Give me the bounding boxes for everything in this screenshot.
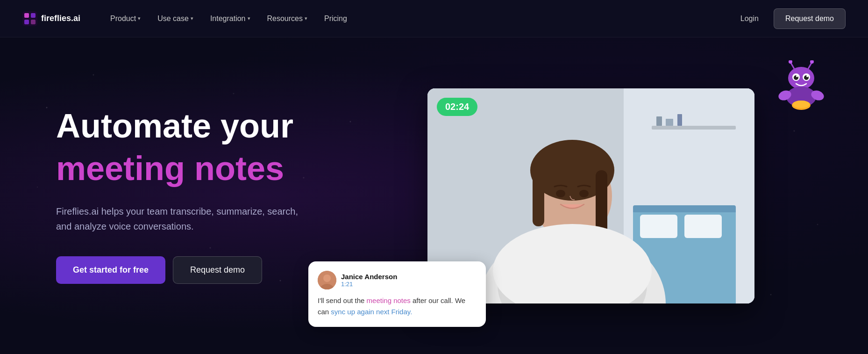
hero-content: Automate your meeting notes Fireflies.ai… bbox=[56, 108, 336, 284]
hero-visual: 02:24 Janice Anderson 1:21 I'll bbox=[336, 74, 846, 318]
hero-headline-line1: Automate your bbox=[56, 108, 308, 144]
svg-rect-39 bbox=[666, 119, 673, 126]
chat-avatar bbox=[318, 271, 336, 289]
chat-card: Janice Anderson 1:21 I'll send out the m… bbox=[308, 261, 486, 327]
svg-rect-37 bbox=[652, 126, 736, 130]
nav-item-pricing[interactable]: Pricing bbox=[317, 11, 355, 27]
svg-point-29 bbox=[806, 75, 808, 77]
chevron-down-icon: ▾ bbox=[305, 15, 307, 22]
login-button[interactable]: Login bbox=[733, 11, 766, 27]
chat-message-body: I'll send out the meeting notes after ou… bbox=[318, 295, 477, 318]
svg-rect-2 bbox=[31, 13, 36, 18]
svg-rect-4 bbox=[31, 20, 36, 24]
logo[interactable]: fireflies.ai bbox=[22, 11, 80, 26]
svg-point-15 bbox=[37, 187, 38, 188]
robot-mascot bbox=[776, 60, 827, 112]
nav-links: Product ▾ Use case ▾ Integration ▾ Resou… bbox=[103, 11, 733, 27]
svg-point-28 bbox=[796, 75, 798, 77]
svg-point-5 bbox=[46, 107, 48, 108]
hero-headline-line2: meeting notes bbox=[56, 148, 308, 188]
logo-text: fireflies.ai bbox=[41, 14, 80, 23]
chat-timestamp: 1:21 bbox=[341, 281, 397, 288]
chevron-down-icon: ▾ bbox=[248, 15, 250, 22]
hero-section: Automate your meeting notes Fireflies.ai… bbox=[0, 37, 868, 354]
request-demo-hero-button[interactable]: Request demo bbox=[173, 256, 262, 284]
request-demo-button[interactable]: Request demo bbox=[774, 8, 846, 29]
svg-rect-44 bbox=[684, 215, 722, 238]
svg-point-8 bbox=[233, 93, 235, 94]
svg-rect-1 bbox=[24, 13, 29, 18]
nav-item-resources[interactable]: Resources ▾ bbox=[260, 11, 315, 27]
chat-header: Janice Anderson 1:21 bbox=[318, 271, 477, 289]
chat-user-info: Janice Anderson 1:21 bbox=[341, 273, 397, 288]
svg-point-53 bbox=[579, 190, 589, 197]
chat-highlight-sync-up: sync up again next Friday. bbox=[331, 308, 412, 316]
svg-point-6 bbox=[93, 74, 94, 76]
svg-rect-43 bbox=[640, 215, 677, 238]
nav-item-usecase[interactable]: Use case ▾ bbox=[150, 11, 201, 27]
svg-rect-55 bbox=[554, 233, 591, 303]
svg-point-34 bbox=[793, 101, 810, 108]
svg-rect-51 bbox=[596, 170, 607, 236]
nav-item-product[interactable]: Product ▾ bbox=[103, 11, 148, 27]
chevron-down-icon: ▾ bbox=[191, 15, 193, 22]
avatar-image bbox=[318, 271, 336, 289]
get-started-button[interactable]: Get started for free bbox=[56, 256, 165, 284]
hero-cta-group: Get started for free Request demo bbox=[56, 256, 308, 284]
svg-point-52 bbox=[556, 190, 565, 197]
navbar: fireflies.ai Product ▾ Use case ▾ Integr… bbox=[0, 0, 868, 37]
svg-point-57 bbox=[323, 275, 331, 282]
svg-rect-3 bbox=[24, 20, 29, 24]
chevron-down-icon: ▾ bbox=[138, 15, 141, 22]
logo-icon bbox=[22, 11, 37, 26]
nav-item-integration[interactable]: Integration ▾ bbox=[203, 11, 258, 27]
video-timer-badge: 02:24 bbox=[437, 98, 477, 116]
svg-rect-40 bbox=[677, 114, 682, 126]
chat-highlight-meeting-notes: meeting notes bbox=[367, 296, 411, 304]
chat-username: Janice Anderson bbox=[341, 273, 397, 281]
svg-rect-50 bbox=[533, 170, 544, 226]
hero-description: Fireflies.ai helps your team transcribe,… bbox=[56, 204, 299, 234]
svg-rect-38 bbox=[656, 116, 662, 126]
nav-right: Login Request demo bbox=[733, 8, 846, 29]
